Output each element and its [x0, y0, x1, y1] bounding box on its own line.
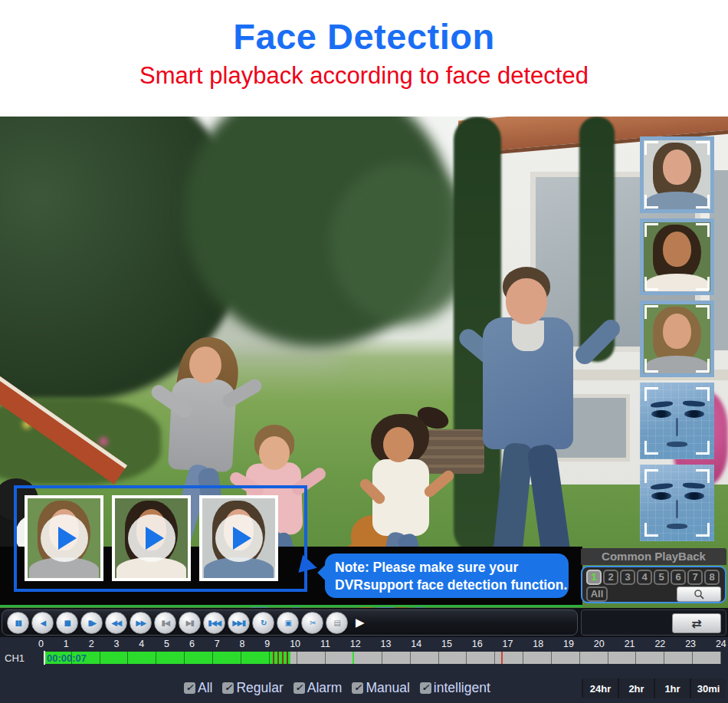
expand-arrow[interactable]: ▶: [356, 616, 365, 629]
hour-label: 21: [625, 639, 635, 649]
prev-file-button[interactable]: ▮◀◀: [203, 612, 225, 634]
play-reverse-button[interactable]: ◀: [31, 612, 54, 634]
filter-label: All: [198, 680, 212, 696]
time-range-button[interactable]: 1hr: [654, 678, 690, 698]
detected-man-face[interactable]: [640, 136, 714, 213]
biometric-face-scan[interactable]: [640, 465, 714, 541]
channel-button[interactable]: 1: [586, 570, 602, 585]
hour-label: 8: [240, 639, 245, 649]
play-icon: [58, 527, 77, 550]
page-subtitle: Smart playback according to face detecte…: [0, 62, 728, 90]
button-glyph: ▶▮: [185, 619, 193, 627]
filter-label: intelligent: [434, 680, 490, 696]
next-file-button[interactable]: ▶▶▮: [228, 612, 250, 634]
biometric-scan-image: [640, 465, 714, 541]
channel-button[interactable]: 8: [704, 570, 720, 585]
play-overlay-button[interactable]: [128, 514, 175, 562]
timeline-mark: [273, 652, 274, 664]
hour-label: 15: [441, 639, 452, 649]
channel-button[interactable]: 7: [687, 570, 703, 585]
pause-button[interactable]: ▮▮: [7, 612, 29, 634]
swap-playback-button[interactable]: ⇄: [672, 613, 721, 633]
filter-checkbox[interactable]: ✓ intelligent: [420, 680, 490, 696]
mother-face: [189, 347, 221, 383]
biometric-face-scan[interactable]: [640, 383, 714, 459]
filter-checkbox[interactable]: ✓ Regular: [222, 680, 283, 696]
play-overlay-button[interactable]: [215, 514, 263, 562]
button-glyph: ▶▶▮: [232, 619, 244, 627]
hour-label: 22: [654, 639, 665, 649]
detected-girl-face[interactable]: [640, 218, 714, 295]
face-shoulders: [645, 192, 710, 209]
search-button[interactable]: [677, 586, 721, 602]
transport-controls: ▮▮ ◀ ■ ▮▶ ◀◀ ▶▶ ▮◀ ▶▮: [2, 609, 578, 636]
note-line2: DVRsupport face detection function.: [335, 577, 569, 594]
header: Face Detection Smart playback according …: [0, 0, 728, 117]
hour-label: 4: [139, 639, 144, 649]
filter-checkbox[interactable]: ✓ Manual: [352, 680, 409, 696]
channel-label: CH1: [5, 652, 25, 664]
record-type-filters: ✓ All ✓ Regular ✓ Alarm ✓ Manual ✓ intel…: [184, 680, 490, 696]
prev-frame-button[interactable]: ▮◀: [154, 612, 176, 634]
play-overlay-button[interactable]: [41, 514, 88, 562]
button-glyph: ↻: [261, 619, 266, 627]
face-results-box: [14, 485, 307, 592]
hour-label: 17: [503, 639, 513, 649]
scan-eye: [651, 410, 671, 418]
note-line1: Note: Please make sure your: [335, 559, 569, 577]
rewind-button[interactable]: ◀◀: [105, 612, 127, 634]
face-skin: [663, 149, 691, 186]
time-range-button[interactable]: 24hr: [582, 678, 618, 698]
time-range-button[interactable]: 2hr: [618, 678, 654, 698]
panel-title: Common PlayBack: [581, 548, 726, 565]
timeline-section: 0123456789101112131415161718192021222324…: [0, 637, 728, 703]
result-girl-face[interactable]: [112, 495, 191, 581]
result-woman-face[interactable]: [25, 495, 103, 581]
girl-face: [383, 427, 414, 462]
hour-label: 5: [164, 639, 169, 649]
channel-buttons-row: 12345678: [586, 570, 721, 585]
cut-button[interactable]: ✂: [301, 612, 323, 634]
step-play-button[interactable]: ▮▶: [80, 612, 103, 634]
checkbox-icon: ✓: [184, 682, 195, 694]
channel-button[interactable]: 3: [620, 570, 635, 585]
copy-button[interactable]: ▣: [277, 612, 299, 634]
hour-label: 24: [716, 639, 726, 649]
channel-button[interactable]: 5: [654, 570, 669, 585]
save-button[interactable]: ▤: [326, 612, 348, 634]
channel-button[interactable]: 4: [637, 570, 652, 585]
face-shoulders: [645, 356, 710, 373]
channel-button[interactable]: 6: [671, 570, 686, 585]
scan-eyebrow: [683, 400, 706, 407]
hour-label: 10: [290, 639, 300, 649]
timeline-hour-labels: 0123456789101112131415161718192021222324: [38, 639, 726, 649]
result-man-face[interactable]: [199, 495, 278, 581]
page-title: Face Detection: [0, 15, 728, 57]
button-glyph: ▤: [334, 619, 340, 627]
next-frame-button[interactable]: ▶▮: [179, 612, 201, 634]
channel-button[interactable]: 2: [603, 570, 618, 585]
checkbox-icon: ✓: [420, 682, 431, 694]
timeline-bar[interactable]: 00:00:07: [44, 652, 721, 664]
all-channels-button[interactable]: All: [586, 586, 608, 602]
green-border-line: [0, 605, 582, 607]
button-glyph: ▣: [285, 619, 291, 627]
sync-bar: ⇄: [581, 609, 726, 636]
filter-label: Alarm: [307, 680, 343, 696]
detected-woman-face[interactable]: [640, 301, 714, 377]
scan-eye: [684, 492, 704, 500]
filter-checkbox[interactable]: ✓ All: [184, 680, 212, 696]
loop-button[interactable]: ↻: [252, 612, 274, 634]
checkbox-icon: ✓: [352, 682, 363, 694]
button-glyph: ▮▮: [15, 619, 21, 627]
hour-label: 20: [594, 639, 605, 649]
scan-eye: [651, 492, 671, 500]
timeline-cursor[interactable]: [44, 651, 45, 665]
stop-button[interactable]: ■: [56, 612, 78, 634]
button-glyph: ▶▶: [136, 619, 145, 627]
time-range-button[interactable]: 30mi: [690, 678, 726, 698]
filter-checkbox[interactable]: ✓ Alarm: [293, 680, 343, 696]
surveillance-photo: Note: Please make sure your DVRsupport f…: [0, 117, 728, 608]
detected-face-image: [644, 222, 710, 291]
fast-forward-button[interactable]: ▶▶: [130, 612, 152, 634]
